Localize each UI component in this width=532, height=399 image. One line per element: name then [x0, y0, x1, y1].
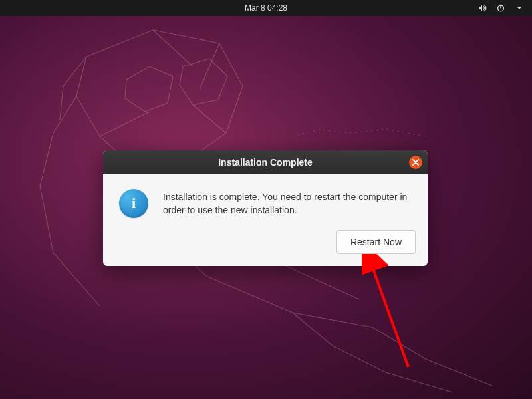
- svg-marker-0: [76, 30, 243, 166]
- close-icon: [412, 159, 419, 166]
- power-icon[interactable]: [496, 3, 505, 13]
- svg-line-6: [193, 105, 226, 133]
- svg-line-3: [153, 30, 193, 66]
- desktop-background: Mar 8 04:28 Installation Complete i: [0, 0, 532, 399]
- installation-complete-dialog: Installation Complete i Installation is …: [103, 150, 428, 266]
- system-tray[interactable]: [477, 3, 524, 13]
- info-glyph: i: [132, 195, 136, 212]
- top-menu-bar: Mar 8 04:28: [0, 0, 532, 16]
- info-icon: i: [119, 189, 148, 218]
- dialog-body: i Installation is complete. You need to …: [103, 174, 428, 230]
- svg-marker-1: [125, 66, 173, 112]
- svg-marker-2: [180, 59, 227, 105]
- dialog-actions: Restart Now: [103, 230, 428, 266]
- dialog-title: Installation Complete: [218, 157, 313, 168]
- restart-now-button[interactable]: Restart Now: [336, 230, 416, 254]
- dialog-message: Installation is complete. You need to re…: [163, 189, 412, 217]
- close-button[interactable]: [409, 156, 422, 169]
- datetime-label: Mar 8 04:28: [245, 3, 287, 13]
- clock[interactable]: Mar 8 04:28: [245, 3, 287, 13]
- chevron-down-icon[interactable]: [515, 3, 524, 13]
- svg-line-4: [200, 43, 219, 90]
- dialog-titlebar[interactable]: Installation Complete: [103, 150, 428, 174]
- svg-line-5: [100, 112, 150, 136]
- volume-icon[interactable]: [477, 3, 487, 13]
